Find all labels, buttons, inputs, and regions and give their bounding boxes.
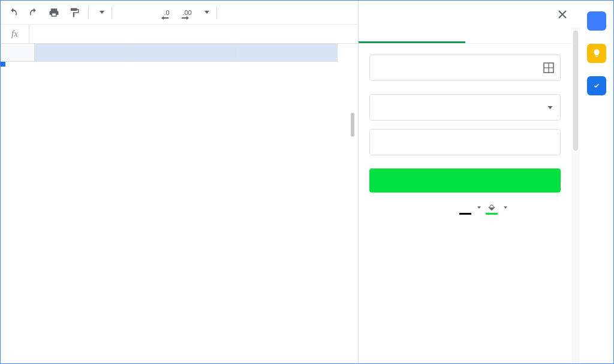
custom-formula-input[interactable] xyxy=(369,129,561,155)
paint-format-button[interactable] xyxy=(65,4,83,21)
decrease-decimal-button[interactable]: .0 xyxy=(158,4,176,21)
strikethrough-button[interactable] xyxy=(434,198,453,216)
col-header-a[interactable] xyxy=(35,44,133,62)
panel-tabs xyxy=(359,29,571,44)
fx-icon: fx xyxy=(1,25,29,43)
panel-scrollbar[interactable] xyxy=(571,27,580,363)
conditional-format-panel xyxy=(358,1,580,363)
chevron-down-icon xyxy=(547,106,553,109)
close-panel-button[interactable] xyxy=(555,7,570,22)
col-header-b[interactable] xyxy=(133,44,235,62)
more-toolbar-button[interactable] xyxy=(222,4,240,21)
formula-bar: fx xyxy=(1,25,358,44)
side-rail xyxy=(580,1,613,363)
undo-button[interactable] xyxy=(4,4,22,21)
currency-button[interactable] xyxy=(117,4,135,21)
toolbar: .0 .00 xyxy=(1,1,358,25)
text-color-button[interactable] xyxy=(456,198,475,216)
calendar-addon-button[interactable] xyxy=(587,11,606,31)
col-header-c[interactable] xyxy=(235,44,337,62)
tab-single-color[interactable] xyxy=(359,29,465,43)
paint-bucket-icon xyxy=(487,203,496,212)
percent-button[interactable] xyxy=(137,4,155,21)
tasks-addon-button[interactable] xyxy=(587,76,606,95)
fill-color-button[interactable] xyxy=(482,198,501,216)
bold-button[interactable] xyxy=(369,198,389,216)
style-button-row xyxy=(369,198,561,216)
underline-button[interactable] xyxy=(413,198,432,216)
panel-scroll-thumb[interactable] xyxy=(573,31,578,151)
style-preview[interactable] xyxy=(369,169,561,192)
keep-addon-button[interactable] xyxy=(587,44,606,63)
select-range-icon[interactable] xyxy=(543,62,554,73)
condition-select[interactable] xyxy=(369,94,561,121)
vertical-scrollbar-thumb[interactable] xyxy=(351,113,354,137)
spreadsheet-grid[interactable] xyxy=(1,44,358,363)
select-all-corner[interactable] xyxy=(1,44,35,62)
fill-handle[interactable] xyxy=(1,62,5,67)
zoom-select[interactable] xyxy=(94,11,107,14)
increase-decimal-button[interactable]: .00 xyxy=(178,4,196,21)
tab-color-scale[interactable] xyxy=(465,29,572,43)
number-format-select[interactable] xyxy=(198,11,212,14)
italic-button[interactable] xyxy=(391,198,410,216)
redo-button[interactable] xyxy=(25,4,43,21)
print-button[interactable] xyxy=(45,4,63,21)
range-input[interactable] xyxy=(369,55,561,81)
